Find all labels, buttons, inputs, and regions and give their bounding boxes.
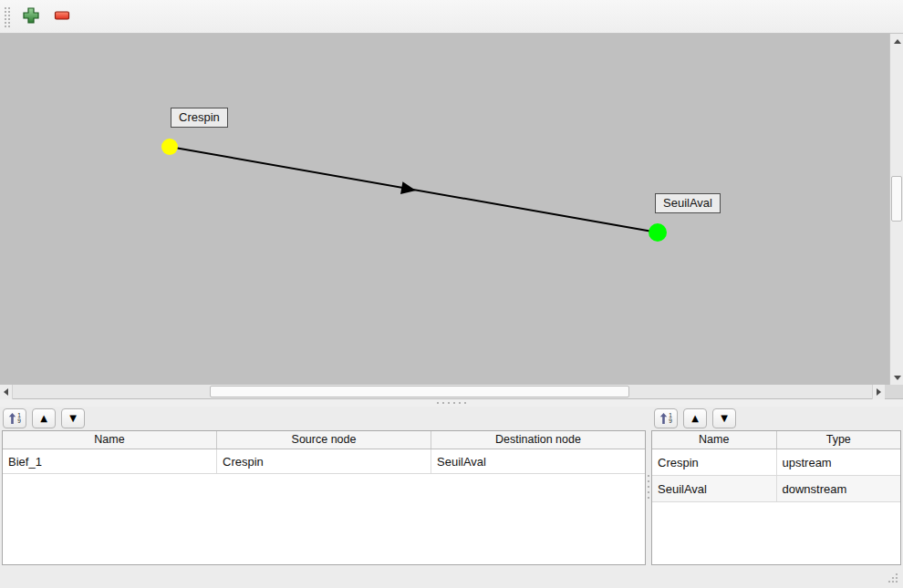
nodes-table: Name Type Crespin upstream SeuilAval dow… [651,430,901,565]
up-triangle-icon: ▲ [40,414,47,423]
horizontal-scrollbar-thumb[interactable] [210,386,629,397]
links-pane: 1 9 ▲ ▼ Name Source node Destination nod… [0,407,646,567]
links-move-up-button[interactable]: ▲ [32,408,56,428]
table-cell[interactable]: Bief_1 [3,449,217,473]
nodes-move-down-button[interactable]: ▼ [712,408,736,428]
down-triangle-icon: ▼ [721,414,728,423]
column-header-destination-node[interactable]: Destination node [431,431,645,449]
links-move-down-button[interactable]: ▼ [61,408,85,428]
scroll-down-button[interactable] [890,370,903,385]
nodes-sort-button[interactable]: 1 9 [654,408,678,428]
table-row[interactable]: Bief_1 Crespin SeuilAval [3,449,645,474]
minus-icon [54,10,70,24]
nodes-pane: 1 9 ▲ ▼ Name Type Crespin upstream [651,407,903,567]
node-seuilaval[interactable] [649,223,667,242]
links-sort-button[interactable]: 1 9 [3,408,26,428]
graph-canvas[interactable]: Crespin SeuilAval [0,34,889,385]
table-cell[interactable]: upstream [777,449,901,475]
node-label-crespin[interactable]: Crespin [171,108,228,128]
vertical-scrollbar-thumb[interactable] [891,176,902,222]
links-table: Name Source node Destination node Bief_1… [2,430,646,565]
scroll-right-button[interactable] [872,385,885,399]
bottom-panes: 1 9 ▲ ▼ Name Source node Destination nod… [0,407,903,567]
scroll-left-button[interactable] [0,385,13,399]
down-arrow-icon [894,376,901,380]
resize-grip[interactable] [886,571,899,584]
main-toolbar [0,0,903,34]
column-header-name[interactable]: Name [3,431,217,449]
table-cell[interactable]: SeuilAval [431,449,645,473]
sort-digit-bottom: 9 [669,418,672,424]
add-button[interactable] [17,3,45,30]
status-bar [0,567,903,588]
table-cell[interactable]: Crespin [217,449,431,473]
node-crespin[interactable] [161,139,178,155]
horizontal-scrollbar[interactable] [0,385,885,399]
table-cell[interactable]: SeuilAval [652,476,777,501]
scroll-up-button[interactable] [890,34,903,48]
column-header-source-node[interactable]: Source node [217,431,431,449]
sort-ascending-icon: 1 9 [659,412,672,425]
up-triangle-icon: ▲ [691,414,699,423]
column-header-type[interactable]: Type [777,431,901,449]
nodes-toolbar: 1 9 ▲ ▼ [651,407,901,430]
table-cell[interactable]: downstream [777,476,901,501]
vertical-scrollbar[interactable] [889,34,903,385]
sort-digit-bottom: 9 [17,418,21,424]
table-row[interactable]: Crespin upstream [652,449,900,476]
canvas-area: Crespin SeuilAval [0,34,903,399]
links-toolbar: 1 9 ▲ ▼ [0,407,646,430]
sort-ascending-icon: 1 9 [8,412,21,425]
nodes-table-header: Name Type [652,431,900,449]
left-arrow-icon [4,388,8,396]
up-arrow-icon [894,39,901,44]
plus-icon [22,6,40,27]
down-triangle-icon: ▼ [69,414,77,423]
nodes-move-up-button[interactable]: ▲ [683,408,707,428]
table-cell[interactable]: Crespin [652,449,777,475]
node-label-seuilaval[interactable]: SeuilAval [655,193,721,213]
toolbar-drag-handle[interactable] [3,5,10,27]
horizontal-splitter[interactable] [0,399,903,407]
table-row[interactable]: SeuilAval downstream [652,476,900,502]
column-header-name[interactable]: Name [652,431,777,449]
scrollbar-corner [885,385,903,399]
remove-button[interactable] [48,3,76,30]
links-table-header: Name Source node Destination node [3,431,645,449]
right-arrow-icon [877,388,881,396]
